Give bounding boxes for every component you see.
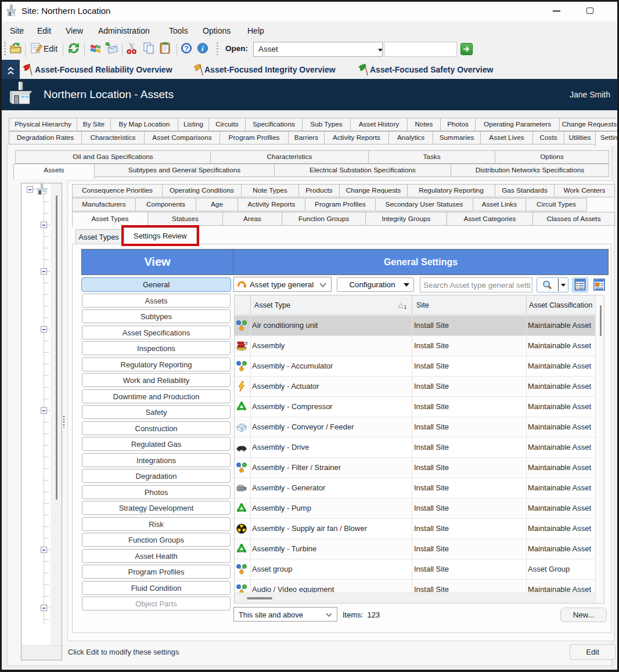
svg-text:5: 5: [246, 341, 247, 345]
svg-text:?: ?: [184, 45, 189, 53]
svg-text:1: 1: [404, 304, 407, 309]
svg-text:i: i: [201, 44, 204, 53]
